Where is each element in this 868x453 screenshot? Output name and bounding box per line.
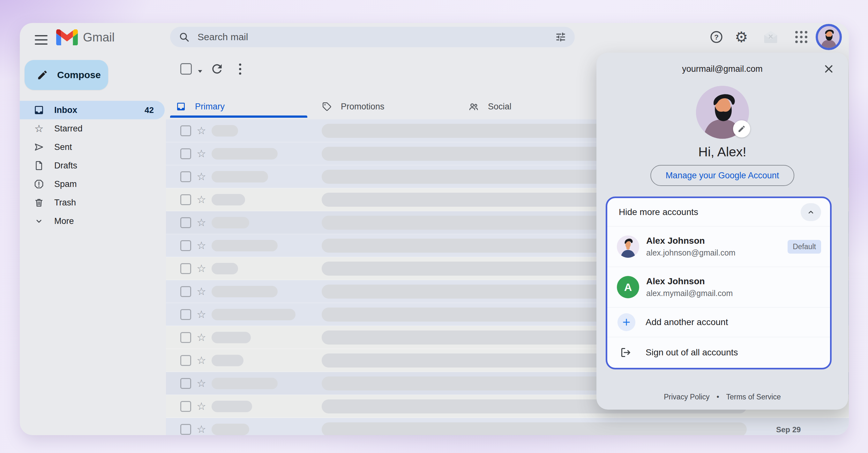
tab-label: Promotions [341, 102, 384, 112]
search-filter-icon[interactable] [555, 31, 566, 43]
row-checkbox[interactable] [180, 125, 191, 136]
close-icon [823, 63, 835, 75]
privacy-policy-link[interactable]: Privacy Policy [664, 393, 709, 401]
apps-grid-button[interactable] [792, 27, 811, 47]
sidebar-item-inbox[interactable]: Inbox 42 [20, 101, 165, 119]
app-title: Gmail [83, 31, 115, 44]
row-checkbox[interactable] [180, 378, 191, 389]
sender-placeholder [212, 309, 296, 320]
account-name: Alex Johnson [646, 276, 733, 287]
sidebar-item-trash[interactable]: Trash [20, 193, 165, 212]
search-input[interactable]: Search mail [197, 32, 555, 42]
sender-placeholder [212, 355, 244, 366]
settings-button[interactable]: ⚙ [732, 27, 751, 47]
primary-tab-icon [176, 101, 186, 112]
row-checkbox[interactable] [180, 240, 191, 251]
sidebar-item-more[interactable]: More [20, 212, 165, 230]
star-icon[interactable]: ☆ [196, 148, 207, 159]
row-checkbox[interactable] [180, 332, 191, 343]
star-icon[interactable]: ☆ [196, 171, 207, 182]
main-menu-button[interactable] [31, 30, 51, 50]
panel-avatar [696, 86, 749, 139]
star-icon[interactable]: ☆ [196, 125, 207, 136]
compose-pencil-icon [37, 69, 48, 81]
star-icon[interactable]: ☆ [196, 263, 207, 274]
row-checkbox[interactable] [180, 286, 191, 297]
star-icon[interactable]: ☆ [196, 401, 207, 412]
select-all-checkbox[interactable] [180, 63, 192, 75]
star-icon[interactable]: ☆ [196, 309, 207, 320]
tab-social[interactable]: Social [468, 96, 512, 118]
sender-placeholder [212, 125, 238, 136]
help-button[interactable]: ? [707, 27, 726, 47]
sidebar-item-drafts[interactable]: Drafts [20, 156, 165, 175]
row-checkbox[interactable] [180, 194, 191, 205]
gmail-window: Gmail Search mail ? ⚙ [20, 23, 849, 435]
star-icon[interactable]: ☆ [196, 217, 207, 228]
star-icon[interactable]: ☆ [196, 424, 207, 434]
sender-placeholder [212, 286, 278, 297]
star-icon[interactable]: ☆ [196, 286, 207, 297]
sender-placeholder [212, 171, 268, 183]
row-checkbox[interactable] [180, 263, 191, 274]
row-checkbox[interactable] [180, 171, 191, 182]
account-avatar [617, 235, 639, 258]
sidebar-item-label: More [54, 216, 74, 226]
help-icon: ? [709, 30, 723, 44]
star-icon[interactable]: ☆ [196, 355, 207, 365]
sender-placeholder [212, 240, 278, 251]
sender-placeholder [212, 424, 249, 435]
account-row-default[interactable]: Alex Johnson alex.johnson@gmail.com Defa… [607, 226, 830, 267]
chevron-up-icon [806, 208, 815, 217]
sign-out-icon [619, 346, 632, 359]
select-caret-icon[interactable] [196, 67, 204, 75]
refresh-icon[interactable] [210, 62, 224, 76]
draft-icon [33, 160, 45, 171]
row-checkbox[interactable] [180, 217, 191, 228]
sidebar-item-spam[interactable]: Spam [20, 175, 165, 193]
plus-icon [618, 313, 636, 331]
add-account-button[interactable]: Add another account [607, 308, 830, 337]
manage-account-button[interactable]: Manage your Google Account [650, 165, 795, 186]
account-email: alex.johnson@gmail.com [646, 248, 736, 257]
sender-placeholder [212, 263, 238, 274]
profile-avatar-button[interactable] [816, 24, 842, 50]
compose-label: Compose [57, 69, 101, 80]
account-name: Alex Johnson [646, 236, 736, 246]
row-checkbox[interactable] [180, 309, 191, 320]
star-icon[interactable]: ☆ [196, 240, 207, 251]
tab-promotions[interactable]: Promotions [322, 96, 384, 118]
edit-avatar-button[interactable] [733, 120, 750, 137]
default-badge: Default [787, 240, 821, 254]
tab-primary[interactable]: Primary [176, 96, 225, 118]
hide-more-accounts-toggle[interactable]: Hide more accounts [607, 198, 830, 226]
sign-out-button[interactable]: Sign out of all accounts [607, 337, 830, 368]
close-panel-button[interactable] [821, 61, 837, 77]
star-icon[interactable]: ☆ [196, 332, 207, 343]
star-icon[interactable]: ☆ [196, 194, 207, 205]
row-checkbox[interactable] [180, 424, 191, 435]
terms-link[interactable]: Terms of Service [726, 393, 781, 401]
more-options-icon[interactable] [234, 63, 246, 75]
collapse-accounts-button[interactable] [801, 203, 821, 221]
send-icon [33, 141, 45, 153]
row-checkbox[interactable] [180, 401, 191, 412]
inbox-count: 42 [145, 105, 154, 115]
sender-placeholder [212, 148, 278, 160]
spam-icon [33, 178, 45, 190]
email-row[interactable]: ☆Sep 29 [166, 418, 849, 435]
current-account-email: yourmail@gmail.com [596, 64, 848, 74]
row-checkbox[interactable] [180, 148, 191, 159]
star-icon[interactable]: ☆ [196, 378, 207, 389]
sender-placeholder [212, 194, 245, 205]
account-row-secondary[interactable]: A Alex Johnson alex.mymail@gmail.com [607, 267, 830, 307]
sidebar-item-label: Trash [54, 198, 76, 208]
sidebar-item-sent[interactable]: Sent [20, 138, 165, 156]
compose-button[interactable]: Compose [25, 60, 108, 90]
row-date: Sep 29 [776, 425, 801, 434]
trash-icon [33, 197, 45, 208]
row-checkbox[interactable] [180, 355, 191, 366]
add-account-label: Add another account [646, 317, 728, 327]
search-bar[interactable]: Search mail [170, 27, 575, 47]
sidebar-item-starred[interactable]: ☆ Starred [20, 119, 165, 138]
